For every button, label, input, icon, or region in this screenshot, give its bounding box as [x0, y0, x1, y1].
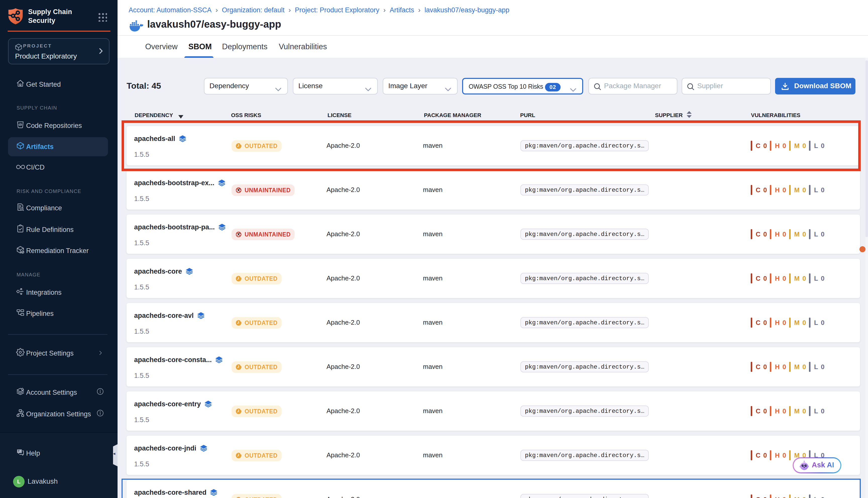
svg-text:?: ? [17, 449, 19, 453]
